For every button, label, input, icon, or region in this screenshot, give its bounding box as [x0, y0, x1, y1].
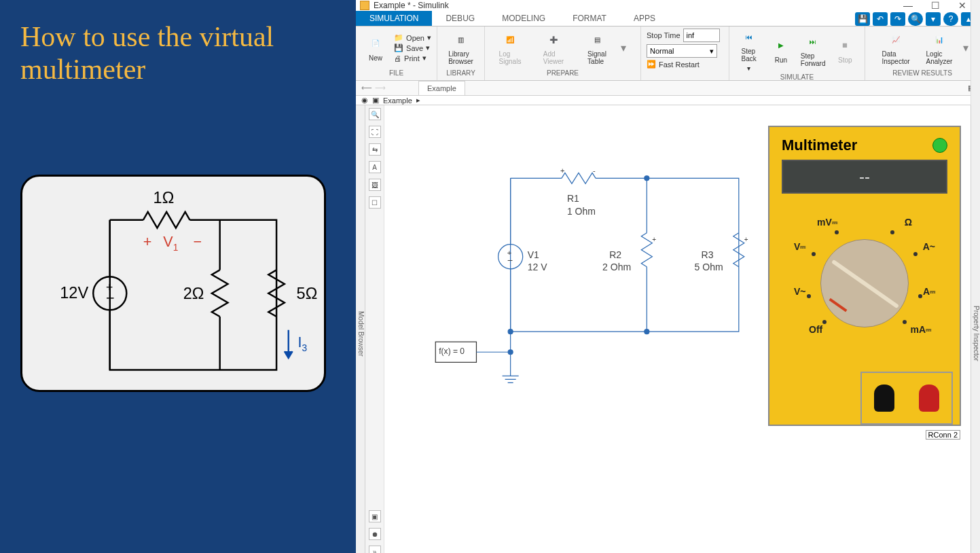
app-icon — [360, 1, 369, 10]
model-canvas[interactable]: +- R1 1 Ohm R2 2 Ohm R3 5 Ohm V1 12 V + … — [384, 105, 970, 553]
add-viewer-button[interactable]: ➕Add Viewer — [534, 31, 573, 65]
zoom-tool-icon[interactable]: 🔍 — [369, 108, 381, 120]
pan-tool-icon[interactable]: ⇆ — [369, 143, 381, 156]
terminal-black[interactable] — [874, 385, 894, 412]
qat-search-icon[interactable]: 🔍 — [908, 12, 923, 26]
qat-help-icon[interactable]: ? — [943, 12, 958, 26]
stop-button[interactable]: ⏹Stop — [831, 37, 859, 64]
data-inspector-button[interactable]: 📈Data Inspector — [876, 31, 915, 65]
inspector-icon: 📈 — [887, 31, 905, 48]
svg-text:−: − — [106, 289, 115, 306]
svg-text:+: + — [744, 236, 748, 243]
window-titlebar: Example * - Simulink — ☐ ✕ — [356, 0, 980, 11]
tab-format[interactable]: FORMAT — [559, 11, 620, 26]
step-fwd-icon: ⏭ — [804, 33, 822, 50]
stop-time-input[interactable] — [683, 29, 720, 42]
sim-mode-select[interactable]: Normal▾ — [647, 44, 717, 58]
svg-text:2Ω: 2Ω — [183, 284, 204, 302]
log-icon: 📶 — [501, 31, 519, 48]
stop-time-label: Stop Time — [647, 31, 680, 39]
svg-text:1 Ohm: 1 Ohm — [567, 206, 596, 217]
svg-text:−: − — [507, 255, 513, 266]
svg-text:1Ω: 1Ω — [153, 189, 175, 207]
svg-point-16 — [508, 350, 513, 355]
tab-simulation[interactable]: SIMULATION — [356, 11, 432, 26]
ribbon-tab-strip: SIMULATION DEBUG MODELING FORMAT APPS 💾 … — [356, 11, 980, 26]
dial-mv-label: mV⎓ — [817, 217, 837, 228]
multimeter-dial[interactable] — [820, 239, 909, 327]
scope-icon[interactable]: ◉ — [361, 96, 368, 105]
dial-vac-label: V~ — [794, 286, 806, 297]
table-icon: ▤ — [588, 31, 606, 48]
dial-ohm-label: Ω — [905, 217, 912, 228]
breadcrumb-arrow-icon[interactable]: ▸ — [416, 96, 420, 105]
logic-analyzer-button[interactable]: 📊Logic Analyzer — [920, 31, 959, 65]
dial-ma-label: mA⎓ — [910, 324, 931, 335]
nav-fwd-icon: ⟶ — [375, 84, 386, 92]
step-forward-button[interactable]: ⏭Step Forward — [799, 33, 827, 67]
qat-undo-icon[interactable]: ↶ — [873, 12, 888, 26]
qat-more-icon[interactable]: ▾ — [926, 12, 941, 26]
review-expand-icon[interactable]: ▾ — [963, 41, 968, 54]
work-area: Model Browser 🔍 ⛶ ⇆ A 🖼 ☐ ▣ ⏺ » — [356, 105, 980, 553]
tab-apps[interactable]: APPS — [620, 11, 669, 26]
model-tab[interactable]: Example — [418, 81, 465, 95]
svg-text:+: + — [652, 236, 656, 243]
circuit-diagram: + − 12V 1Ω 2Ω 5Ω + − V1 I3 — [20, 175, 326, 392]
svg-text:R1: R1 — [567, 193, 579, 204]
play-icon: ▶ — [772, 37, 790, 54]
fast-restart-toggle[interactable]: ⏩ Fast Restart — [647, 60, 720, 69]
qat-redo-icon[interactable]: ↷ — [890, 12, 905, 26]
group-prepare-label: PREPARE — [485, 69, 640, 80]
dial-adc-label: A⎓ — [923, 286, 935, 297]
step-back-icon: ⏮ — [740, 28, 758, 46]
area-tool-icon[interactable]: ☐ — [369, 196, 381, 209]
breadcrumb-root[interactable]: Example — [383, 96, 412, 105]
tab-debug[interactable]: DEBUG — [432, 11, 488, 26]
dial-vdc-label: V⎓ — [794, 241, 805, 252]
svg-text:12 V: 12 V — [528, 262, 548, 272]
annotation-tool-icon[interactable]: A — [369, 161, 381, 173]
fit-tool-icon[interactable]: ⛶ — [369, 126, 381, 138]
qat-save-icon[interactable]: 💾 — [855, 12, 870, 26]
minimize-button[interactable]: — — [894, 0, 922, 11]
svg-text:+: + — [560, 166, 564, 175]
tab-modeling[interactable]: MODELING — [488, 11, 559, 26]
multimeter-terminals — [860, 372, 953, 425]
log-signals-button[interactable]: 📶Log Signals — [490, 31, 530, 65]
svg-text:-: - — [593, 166, 596, 175]
maximize-button[interactable]: ☐ — [922, 0, 949, 11]
svg-text:V1: V1 — [163, 233, 178, 253]
svg-text:f(x) = 0: f(x) = 0 — [439, 346, 465, 356]
nav-back-icon[interactable]: ⟵ — [361, 84, 372, 92]
explorer-bar: ⟵ ⟶ Example ▦ — [356, 81, 980, 96]
print-button[interactable]: 🖨 Print ▾ — [394, 54, 431, 63]
terminal-red[interactable] — [919, 385, 939, 412]
svg-text:5 Ohm: 5 Ohm — [695, 262, 723, 272]
multimeter-display: -- — [782, 160, 947, 194]
image-tool-icon[interactable]: 🖼 — [369, 179, 381, 191]
open-button[interactable]: 📁 Open ▾ — [394, 33, 431, 42]
step-back-button[interactable]: ⏮Step Back ▾ — [735, 28, 763, 72]
svg-text:5Ω: 5Ω — [297, 284, 318, 302]
subsystem-tool-icon[interactable]: ▣ — [369, 510, 381, 522]
more-tool-icon[interactable]: » — [369, 546, 381, 553]
svg-text:V1: V1 — [528, 249, 539, 260]
dial-off-label: Off — [809, 324, 822, 335]
save-button[interactable]: 💾 Save ▾ — [394, 43, 431, 52]
library-browser-button[interactable]: ▥ Library Browser — [443, 31, 479, 65]
property-inspector-rail[interactable]: Property Inspector — [970, 105, 980, 553]
quick-access-toolbar: 💾 ↶ ↷ 🔍 ▾ ? ▴ — [855, 12, 980, 26]
prepare-expand-icon[interactable]: ▾ — [621, 41, 626, 54]
viewer-icon: ➕ — [545, 31, 562, 48]
model-browser-rail[interactable]: Model Browser — [356, 105, 365, 553]
group-library-label: LIBRARY — [437, 69, 484, 80]
multimeter-block[interactable]: Multimeter -- mV⎓ Ω V⎓ A~ V~ A⎓ Off mA⎓ — [768, 126, 961, 426]
group-simulate-label: SIMULATE — [729, 73, 865, 81]
run-button[interactable]: ▶Run — [767, 37, 795, 64]
record-tool-icon[interactable]: ⏺ — [369, 528, 381, 540]
svg-text:2 Ohm: 2 Ohm — [602, 262, 631, 272]
new-button[interactable]: 📄 New — [361, 35, 390, 62]
stop-icon: ⏹ — [836, 37, 854, 54]
signal-table-button[interactable]: ▤Signal Table — [577, 31, 617, 65]
